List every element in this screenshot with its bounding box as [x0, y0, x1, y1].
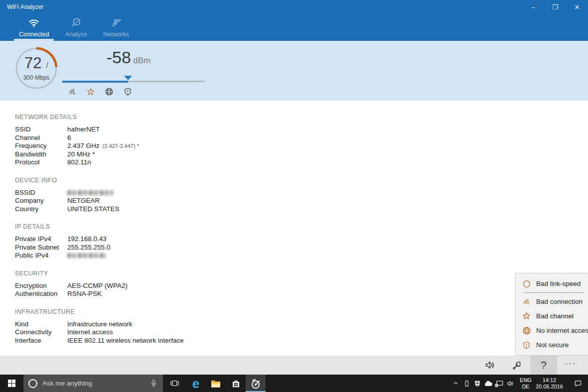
edge-icon: e: [192, 377, 199, 390]
tray-speaker-button[interactable]: [505, 380, 515, 388]
language-indicator[interactable]: ENG DE: [520, 377, 532, 390]
windows-logo-icon: [8, 380, 16, 388]
section-title: IP DETAILS: [15, 223, 588, 230]
detail-row: Protocol802.11n: [15, 158, 588, 167]
connection-summary-panel: 72 / 300 Mbps -58 dBm: [0, 41, 588, 101]
search-placeholder: Ask me anything: [42, 380, 145, 387]
tray-usb-button[interactable]: [461, 380, 471, 388]
signal-strength-value: -58 dBm: [52, 48, 205, 67]
store-icon: [231, 378, 241, 389]
tray-chevron-up-button[interactable]: [450, 380, 460, 387]
section-infrastructure: INFRASTRUCTURE KindInfrastructure networ…: [15, 308, 588, 345]
mic-icon[interactable]: [149, 379, 158, 388]
section-device-info: DEVICE INFO BSSID CompanyNETGEAR Country…: [15, 177, 588, 214]
system-tray: ENG DE 14:12 20.05.2016: [450, 375, 588, 392]
start-button[interactable]: [0, 375, 23, 392]
defender-shield-icon: [473, 380, 481, 388]
details-panel: NETWORK DETAILS SSIDhafnerNET Channel6 F…: [0, 101, 588, 356]
tab-analyze[interactable]: Analyze: [60, 14, 92, 41]
legend-divider: [524, 292, 584, 293]
detail-row: InterfaceIEEE 802.11 wireless network in…: [15, 337, 588, 345]
more-button[interactable]: ···: [557, 356, 584, 375]
onedrive-cloud-icon: [484, 380, 493, 387]
wifi-icon: [522, 297, 531, 306]
detail-row: Bandwidth20 MHz *: [15, 150, 588, 159]
clock[interactable]: 14:12 20.05.2016: [536, 377, 563, 390]
minimize-button[interactable]: –: [522, 0, 544, 14]
tray-defender-button[interactable]: [472, 380, 482, 388]
link-speed-max: 300 Mbps: [23, 74, 50, 81]
help-icon: ?: [541, 359, 547, 371]
tab-analyze-label: Analyze: [65, 31, 87, 38]
slider-thumb-icon: [124, 76, 132, 80]
link-speed-value: 72 /: [24, 56, 48, 73]
link-speed-gauge: 72 / 300 Mbps: [14, 46, 58, 90]
internet-globe-icon: [105, 87, 114, 96]
section-network-details: NETWORK DETAILS SSIDhafnerNET Channel6 F…: [15, 114, 588, 167]
redacted-value: [67, 190, 113, 195]
legend-item: Bad connection: [522, 294, 588, 309]
edge-button[interactable]: e: [186, 375, 206, 392]
detail-row: Public IPv4: [15, 252, 588, 260]
task-view-button[interactable]: [163, 375, 186, 392]
frequency-range-note: (2.427-2.447) *: [103, 142, 139, 150]
detail-row: Channel6: [15, 134, 588, 142]
detail-row: CompanyNETGEAR: [15, 197, 588, 205]
detail-row: SSIDhafnerNET: [15, 126, 588, 134]
wifi-analyzer-icon: [250, 378, 262, 390]
app-command-bar: ? ···: [0, 356, 588, 375]
detail-row: BSSID: [15, 189, 588, 197]
signal-strength-block: -58 dBm: [62, 48, 205, 96]
section-title: NETWORK DETAILS: [15, 114, 588, 121]
shield-icon: [522, 340, 531, 350]
legend-item: Bad link-speed: [522, 276, 588, 291]
globe-icon: [522, 326, 531, 335]
search-box[interactable]: Ask me anything: [23, 375, 163, 392]
time: 14:12: [536, 377, 563, 384]
legend-item: No internet access: [522, 323, 588, 338]
wifi-icon: [28, 17, 40, 28]
window-title: WiFi Analyzer: [0, 3, 43, 10]
help-button[interactable]: ?: [530, 356, 557, 375]
help-legend-popup: Bad link-speed Bad connection Bad channe…: [515, 273, 588, 356]
section-title: SECURITY: [15, 270, 588, 277]
network-list-icon: [110, 17, 122, 28]
task-view-icon: [169, 378, 180, 389]
tray-display-button[interactable]: [494, 380, 504, 388]
detail-row: ConnectivityInternet access: [15, 328, 588, 337]
tab-networks-label: Networks: [103, 31, 129, 38]
action-center-button[interactable]: [568, 379, 588, 388]
signal-strength-slider: [62, 76, 205, 82]
section-ip-details: IP DETAILS Private IPv4192.168.0.43 Priv…: [15, 223, 588, 260]
wifi-analyzer-window: WiFi Analyzer – ❐ ✕ Connected Analyze: [0, 0, 588, 392]
language-bottom: DE: [520, 384, 532, 390]
detail-row: AuthenticationRSNA-PSK: [15, 290, 588, 298]
date: 20.05.2016: [536, 384, 563, 390]
window-controls: – ❐ ✕: [522, 0, 588, 14]
tab-connected[interactable]: Connected: [14, 14, 54, 41]
wifi-analyzer-app-button[interactable]: [246, 375, 266, 392]
section-title: INFRASTRUCTURE: [15, 308, 588, 315]
connection-wifi-icon: [68, 87, 77, 96]
usb-icon: [463, 380, 470, 388]
detail-row: KindInfrastructure network: [15, 320, 588, 329]
titlebar: WiFi Analyzer – ❐ ✕: [0, 0, 588, 14]
detail-row: EncryptionAES-CCMP (WPA2): [15, 282, 588, 290]
display-icon: [495, 380, 504, 388]
store-button[interactable]: [226, 375, 246, 392]
volume-button[interactable]: [476, 356, 503, 375]
tab-networks[interactable]: Networks: [98, 14, 134, 41]
tray-onedrive-button[interactable]: [483, 380, 493, 387]
magnifier-icon: [70, 17, 82, 28]
settings-wrench-button[interactable]: [503, 356, 530, 375]
status-icon-row: [68, 87, 205, 96]
tab-connected-label: Connected: [19, 31, 49, 38]
detail-row: Frequency2.437 GHz(2.427-2.447) *: [15, 142, 588, 150]
action-center-icon: [574, 379, 583, 388]
more-icon: ···: [565, 359, 576, 371]
detail-row: CountryUNITED STATES: [15, 205, 588, 214]
restore-button[interactable]: ❐: [544, 0, 566, 14]
close-button[interactable]: ✕: [566, 0, 588, 14]
file-explorer-button[interactable]: [206, 375, 226, 392]
legend-item: Not secure: [522, 338, 588, 352]
